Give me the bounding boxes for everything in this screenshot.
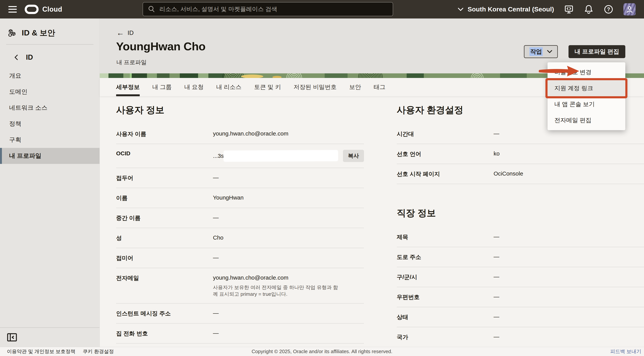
- field-row: 인스턴트 메시징 주소 —: [116, 304, 364, 324]
- field-label: 구/군/시: [397, 273, 494, 281]
- topbar: Cloud South Korea Central (Seoul) ?: [0, 0, 644, 18]
- notifications-bell-icon[interactable]: [584, 4, 594, 14]
- field-row: 접두어 —: [116, 168, 364, 188]
- brand-name: Cloud: [42, 5, 62, 13]
- sidebar-item-label: 개요: [9, 72, 21, 80]
- main-content: ← ID YoungHwan Cho 내 프로파일 작업 내 프로파일 편집: [100, 18, 644, 347]
- page-subtitle: 내 프로파일: [116, 58, 146, 66]
- actions-button-label: 작업: [530, 47, 543, 56]
- sidebar-item[interactable]: 내 프로파일: [0, 148, 100, 164]
- sidebar: ID & 보안 ID 개요 도메인 네트워크 소스 정책 구획 내 프로파일: [0, 18, 100, 347]
- field-row: 구/군/시 —: [397, 267, 644, 287]
- sidebar-item[interactable]: 구획: [0, 132, 100, 148]
- field-row: 우편번호 —: [397, 287, 644, 307]
- actions-dropdown-button[interactable]: 작업: [524, 45, 558, 58]
- tab[interactable]: 세부정보: [116, 78, 140, 96]
- field-row: 도로 주소 —: [397, 247, 644, 267]
- tab[interactable]: 내 요청: [184, 78, 204, 96]
- copyright-text: Copyright © 2025, Oracle and/or its affi…: [252, 349, 392, 355]
- help-icon[interactable]: ?: [604, 4, 614, 14]
- sidebar-item[interactable]: 개요: [0, 68, 100, 84]
- tab[interactable]: 내 그룹: [152, 78, 172, 96]
- field-value: —: [494, 254, 499, 260]
- menu-item[interactable]: 전자메일 편집: [548, 112, 625, 128]
- tab-label: 저장된 비밀번호: [294, 83, 337, 91]
- footer-links: 이용약관 및 개인정보 보호정책 쿠키 환경설정: [7, 348, 114, 355]
- breadcrumb-back-link[interactable]: ← ID: [116, 29, 134, 36]
- copy-button[interactable]: 복사: [343, 150, 364, 162]
- chevron-down-icon: [458, 7, 464, 11]
- field-value: —: [494, 294, 499, 300]
- terms-link[interactable]: 이용약관 및 개인정보 보호정책: [7, 348, 76, 355]
- sidebar-item-label: 구획: [9, 136, 21, 144]
- field-row: 제목 —: [397, 227, 644, 247]
- collapse-panel-icon[interactable]: [7, 333, 100, 342]
- field-label: 접두어: [116, 174, 213, 182]
- tab-label: 보안: [349, 83, 361, 91]
- sidebar-item[interactable]: 네트워크 소스: [0, 100, 100, 116]
- field-label: 이름: [116, 194, 213, 202]
- field-value: —: [494, 130, 499, 137]
- menu-item[interactable]: 내 앱 콘솔 보기: [548, 96, 625, 112]
- field-label: 상태: [397, 313, 494, 321]
- tab-label: 내 요청: [184, 83, 204, 91]
- field-note: 사용자가 보유한 여러 전자메일 중 하나만 작업 유형과 함께 표시되고 pr…: [213, 284, 339, 298]
- field-row: 국가 —: [397, 327, 644, 347]
- sidebar-item[interactable]: 도메인: [0, 84, 100, 100]
- field-row: 성 Cho: [116, 228, 364, 248]
- feedback-link[interactable]: 피드백 보내기: [610, 348, 641, 355]
- search-input[interactable]: [160, 6, 388, 12]
- menu-item-label: 내 앱 콘솔 보기: [554, 101, 595, 107]
- sidebar-title: ID & 보안: [22, 28, 55, 38]
- sidebar-item-label: 네트워크 소스: [9, 104, 48, 112]
- sidebar-header: ID & 보안: [0, 18, 100, 38]
- right-column: 사용자 환경설정 시간대 — 선호 언어 ko: [397, 96, 644, 347]
- chevron-down-icon: [547, 50, 552, 53]
- edit-profile-button[interactable]: 내 프로파일 편집: [568, 45, 625, 58]
- sidebar-item[interactable]: 정책: [0, 116, 100, 132]
- menu-item[interactable]: 지원 계정 링크: [548, 80, 625, 96]
- field-label: 시간대: [397, 130, 494, 138]
- back-arrow-icon: ←: [116, 29, 124, 36]
- field-label: 선호 시작 페이지: [397, 170, 494, 178]
- tab-label: 태그: [374, 83, 386, 91]
- field-value: —: [494, 233, 499, 240]
- region-selector[interactable]: South Korea Central (Seoul): [458, 5, 554, 13]
- field-label: 집 전화 번호: [116, 329, 213, 338]
- sidebar-footer: [0, 328, 100, 347]
- identity-security-icon: [8, 28, 18, 37]
- field-value: —: [213, 254, 219, 261]
- oracle-cloud-logo[interactable]: Cloud: [24, 4, 62, 14]
- hamburger-menu-icon[interactable]: [8, 6, 17, 12]
- field-value: —: [213, 214, 219, 221]
- tab[interactable]: 저장된 비밀번호: [294, 78, 337, 96]
- region-label: South Korea Central (Seoul): [468, 5, 554, 13]
- global-search[interactable]: [142, 2, 393, 16]
- tab[interactable]: 태그: [374, 78, 386, 96]
- topbar-right: South Korea Central (Seoul) ?: [458, 3, 636, 15]
- field-value: Cho: [213, 234, 224, 241]
- tab[interactable]: 내 리소스: [216, 78, 242, 96]
- user-avatar[interactable]: [624, 3, 636, 15]
- field-value: —: [494, 314, 499, 320]
- tab[interactable]: 토큰 및 키: [254, 78, 281, 96]
- tab-label: 내 리소스: [216, 83, 242, 91]
- header-actions: 작업 내 프로파일 편집: [524, 45, 625, 58]
- field-label: 국가: [397, 333, 494, 341]
- menu-item[interactable]: 비밀번호 변경: [548, 64, 625, 80]
- menu-item-label: 지원 계정 링크: [554, 85, 593, 91]
- chevron-left-icon: [14, 54, 18, 60]
- sidebar-section-back[interactable]: ID: [14, 53, 100, 61]
- cookie-preferences-link[interactable]: 쿠키 환경설정: [83, 348, 114, 355]
- svg-text:?: ?: [607, 6, 610, 12]
- field-row: 선호 언어 ko: [397, 144, 644, 164]
- cloud-shell-icon[interactable]: [564, 4, 574, 14]
- tab[interactable]: 보안: [349, 78, 361, 96]
- field-label: 도로 주소: [397, 253, 494, 261]
- tab-label: 세부정보: [116, 83, 140, 91]
- field-label: 중간 이름: [116, 214, 213, 222]
- field-value: —: [213, 174, 219, 181]
- field-label: OCID: [116, 150, 213, 162]
- field-row: 선호 시작 페이지 OciConsole: [397, 164, 644, 184]
- sidebar-items: 개요 도메인 네트워크 소스 정책 구획 내 프로파일: [0, 68, 100, 164]
